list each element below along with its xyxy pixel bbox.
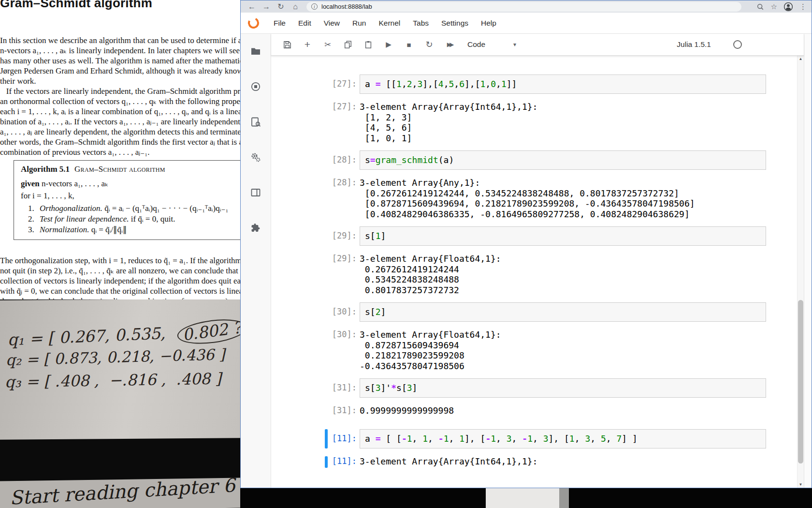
- code-cell-output-row[interactable]: [27]:3-element Array{Array{Int64,1},1}: …: [271, 102, 804, 143]
- cell-input[interactable]: s=gram_schmidt(a): [360, 150, 766, 170]
- browser-actions: ☆ ⋮: [756, 2, 807, 11]
- interrupt-kernel-button[interactable]: ■: [399, 41, 419, 49]
- file-browser-icon[interactable]: [246, 42, 265, 61]
- textbook-line: n-vectors a₁, . . . , aₖ is linearly ind…: [0, 45, 240, 56]
- code-cell-output-row[interactable]: [11]:3-element Array{Array{Int64,1},1}:: [271, 456, 804, 468]
- algorithm-for-line: for i = 1, . . . , k,: [21, 191, 240, 201]
- execution-count: [29]:: [328, 254, 357, 264]
- cell-input[interactable]: s[3]'*s[3]: [360, 378, 766, 398]
- section-heading-clip: Gram–Schmidt algorithm: [0, 0, 240, 10]
- textbook-line: Jørgen Pedersen Gram and Erhard Schmidt,…: [0, 66, 240, 76]
- code-cell-output-row[interactable]: [30]:3-element Array{Float64,1}: 0.87287…: [271, 329, 804, 371]
- code-cell-output-row[interactable]: [29]:3-element Array{Float64,1}: 0.26726…: [271, 254, 804, 295]
- textbook-paragraph-2: If the vectors are linearly independent,…: [0, 86, 240, 157]
- kernel-name: Julia 1.5.1: [677, 40, 711, 49]
- scrollbar-thumb[interactable]: [798, 300, 803, 463]
- menu-kernel[interactable]: Kernel: [372, 19, 406, 28]
- menu-view[interactable]: View: [318, 19, 346, 28]
- handwritten-notes-photo: q₁ = [ 0.267, 0.535, 0.802 ? ]q₂ = [ 0.8…: [0, 299, 240, 508]
- restart-icon: ↻: [425, 40, 433, 49]
- restart-kernel-button[interactable]: ↻: [419, 39, 439, 50]
- cell-output: 3-element Array{Array{Int64,1},1}: [1, 2…: [360, 102, 537, 143]
- paste-cells-button[interactable]: [358, 40, 378, 49]
- code-cell-input-row[interactable]: [11]:a = [ [-1, 1, -1, 1], [-1, 3, -1, 3…: [271, 429, 804, 448]
- extension-manager-icon[interactable]: [246, 218, 265, 238]
- back-button[interactable]: ←: [245, 2, 259, 11]
- algorithm-step: 2.Test for linear dependence. if q̃ᵢ = 0…: [21, 214, 240, 224]
- forward-icon: →: [262, 2, 270, 11]
- markdown-cell-clipped[interactable]: Example: We apply the function to the ex…: [360, 56, 804, 63]
- run-button[interactable]: ▶: [378, 40, 399, 49]
- bookmark-star-icon[interactable]: ☆: [771, 2, 777, 11]
- textbook-line: combination of previous vectors a₁, . . …: [0, 147, 240, 157]
- save-button[interactable]: [277, 40, 297, 49]
- menu-edit[interactable]: Edit: [292, 19, 318, 28]
- restart-run-all-button[interactable]: ▶▶: [439, 41, 460, 48]
- textbook-line: In this section we describe an algorithm…: [0, 35, 240, 45]
- notes-paper: q₁ = [ 0.267, 0.535, 0.802 ? ]q₂ = [ 0.8…: [0, 299, 240, 440]
- textbook-line: other words, the Gram–Schmidt algorithm …: [0, 137, 240, 147]
- kernel-status-icon[interactable]: [733, 40, 742, 49]
- cell-type-dropdown[interactable]: Code ▾: [467, 40, 516, 49]
- profile-avatar[interactable]: [784, 2, 793, 11]
- url-text: localhost:8888/lab: [321, 3, 372, 10]
- home-button[interactable]: ⌂: [288, 2, 303, 11]
- menu-settings[interactable]: Settings: [435, 19, 475, 28]
- reload-icon: ↻: [277, 2, 284, 11]
- notebook-scrollbar[interactable]: ▲ ▼: [797, 56, 804, 488]
- cell-output: 3-element Array{Array{Int64,1},1}:: [360, 456, 537, 467]
- execution-count: [29]:: [328, 226, 357, 241]
- plus-icon: +: [304, 39, 310, 50]
- textbook-page: Gram–Schmidt algorithm In this section w…: [0, 0, 240, 299]
- address-bar[interactable]: i localhost:8888/lab: [306, 2, 741, 12]
- notebook-panel: + ✂ ▶ ■ ↻ ▶▶ Code ▾ Julia 1.5.1: [271, 34, 804, 488]
- execution-count: [30]:: [328, 302, 357, 317]
- scroll-down-icon[interactable]: ▼: [798, 482, 804, 487]
- code-cell-output-row[interactable]: [31]:0.9999999999999998: [271, 405, 804, 417]
- menu-file[interactable]: File: [267, 19, 292, 28]
- property-inspector-icon[interactable]: [246, 148, 265, 167]
- cell-input[interactable]: s[2]: [360, 302, 766, 322]
- menu-tabs[interactable]: Tabs: [406, 19, 435, 28]
- code-cell-input-row[interactable]: [28]:s=gram_schmidt(a): [271, 150, 804, 170]
- textbook-line: collection of vectors is linearly indepe…: [0, 276, 240, 286]
- cell-input[interactable]: a = [[1,2,3],[4,5,6],[1,0,1]]: [360, 75, 766, 94]
- zoom-icon[interactable]: [756, 3, 764, 11]
- textbook-line: an orthonormal collection of vectors q₁,…: [0, 96, 240, 106]
- jupyter-logo: [247, 17, 260, 29]
- notes-paper-bottom: Start reading chapter 6: [0, 478, 240, 508]
- cell-list: [27]:a = [[1,2,3],[4,5,6],[1,0,1]][27]:3…: [271, 75, 804, 468]
- cell-input[interactable]: a = [ [-1, 1, -1, 1], [-1, 3, -1, 3], [1…: [360, 429, 766, 448]
- browser-menu-icon[interactable]: ⋮: [799, 2, 807, 11]
- cell-type-value: Code: [467, 40, 485, 49]
- reload-button[interactable]: ↻: [274, 2, 288, 11]
- cell-input[interactable]: s[1]: [360, 226, 766, 246]
- menu-run[interactable]: Run: [346, 19, 372, 28]
- code-cell-input-row[interactable]: [29]:s[1]: [271, 226, 804, 246]
- cell-output: 0.9999999999999998: [360, 405, 454, 416]
- forward-button[interactable]: →: [259, 2, 274, 11]
- scroll-up-icon[interactable]: ▲: [798, 57, 804, 61]
- markdown-bold: Example:: [386, 61, 421, 63]
- textbook-line: each i = 1, . . . , k, aᵢ is a linear co…: [0, 106, 240, 117]
- desktop-strip-shadow: [559, 488, 569, 508]
- open-tabs-icon[interactable]: [246, 183, 265, 202]
- page-link[interactable]: 100: [588, 61, 602, 63]
- menu-help[interactable]: Help: [475, 19, 503, 28]
- scissors-icon: ✂: [324, 40, 331, 49]
- code-cell-input-row[interactable]: [31]:s[3]'*s[3]: [271, 378, 804, 398]
- textbook-paragraph-1: In this section we describe an algorithm…: [0, 35, 240, 86]
- add-cell-button[interactable]: +: [297, 39, 318, 50]
- execution-count: [28]:: [328, 178, 357, 188]
- command-palette-icon[interactable]: [246, 112, 265, 132]
- cut-cells-button[interactable]: ✂: [318, 40, 338, 50]
- textbook-line: bination of a₁, . . . , aᵢ. If the vecto…: [0, 117, 240, 127]
- code-cell-input-row[interactable]: [27]:a = [[1,2,3],[4,5,6],[1,0,1]]: [271, 75, 804, 94]
- site-info-icon[interactable]: i: [311, 3, 318, 10]
- handwritten-line: q₃ = [ .408 , −.816 , .408 ]: [5, 370, 221, 391]
- running-sessions-icon[interactable]: [246, 77, 265, 96]
- notebook-content[interactable]: Example: We apply the function to the ex…: [271, 56, 804, 488]
- code-cell-input-row[interactable]: [30]:s[2]: [271, 302, 804, 322]
- copy-cells-button[interactable]: [338, 40, 358, 49]
- code-cell-output-row[interactable]: [28]:3-element Array{Any,1}: [0.26726124…: [271, 178, 804, 219]
